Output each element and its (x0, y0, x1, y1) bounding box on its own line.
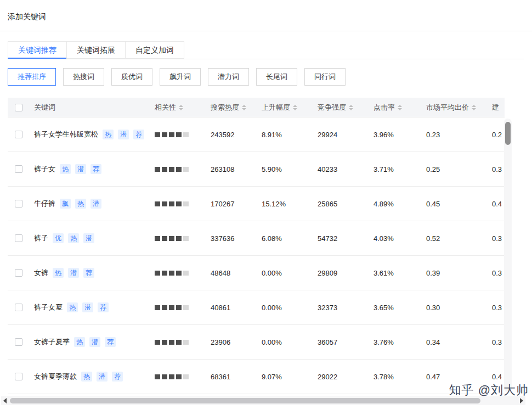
table-header: 关键词相关性搜索热度上升幅度竞争强度点击率市场平均出价建 (8, 98, 505, 117)
filter-button-3[interactable]: 质优词 (111, 68, 152, 86)
keyword-tag: 潜 (75, 164, 86, 174)
row-checkbox[interactable] (15, 373, 22, 380)
keyword-tag: 潜 (83, 233, 94, 243)
vertical-scrollbar-thumb[interactable] (505, 122, 511, 145)
search-heat-value: 243592 (211, 131, 262, 139)
filter-button-4[interactable]: 飙升词 (160, 68, 201, 86)
relevance-bars (155, 374, 190, 379)
sort-icon[interactable] (398, 105, 402, 110)
sort-icon[interactable] (242, 105, 246, 110)
keyword-cell: 女裤热潜荐 (34, 268, 155, 278)
search-heat-value: 23906 (211, 338, 262, 346)
column-label: 关键词 (34, 103, 55, 113)
row-checkbox[interactable] (15, 234, 22, 242)
keyword-text: 女裤夏季薄款 (34, 372, 77, 382)
keyword-cell: 裤子女夏热潜荐 (34, 302, 155, 312)
relevance-cell (155, 340, 211, 345)
vertical-scrollbar[interactable] (504, 119, 512, 392)
keyword-tag: 热 (68, 233, 79, 243)
click-rate-value: 3.61% (373, 269, 426, 277)
click-rate-value: 3.96% (373, 131, 426, 139)
click-rate-value: 4.03% (373, 234, 426, 243)
rise-rate-value: 9.07% (262, 373, 318, 381)
keyword-tag: 荐 (105, 337, 116, 347)
row-checkbox-cell (8, 373, 34, 380)
keyword-text: 女裤子夏季 (34, 337, 70, 347)
filter-button-2[interactable]: 热搜词 (63, 68, 104, 86)
scroll-left-arrow-icon[interactable] (3, 398, 7, 403)
click-rate-value: 3.76% (373, 338, 426, 346)
header-checkbox-cell (8, 104, 34, 111)
filter-button-7[interactable]: 同行词 (304, 68, 346, 86)
scroll-right-arrow-icon[interactable] (520, 398, 523, 403)
relevance-bars (155, 236, 190, 241)
table-row: 女裤热潜荐486480.00%298093.61%0.390.3 (8, 256, 505, 290)
filter-button-6[interactable]: 长尾词 (256, 68, 297, 86)
row-checkbox[interactable] (15, 131, 22, 138)
keyword-tag: 热 (60, 164, 71, 174)
rise-rate-value: 6.08% (262, 234, 318, 243)
table-row: 牛仔裤飙热潜17026715.12%258654.89%0.450.4 (8, 187, 505, 221)
sort-icon[interactable] (179, 105, 183, 110)
keyword-tag: 荐 (112, 372, 123, 382)
horizontal-scrollbar-thumb[interactable] (10, 398, 480, 403)
rise-rate-value: 8.91% (262, 131, 318, 139)
column-header-2: 相关性 (155, 103, 211, 113)
row-checkbox-cell (8, 304, 34, 311)
column-label: 市场平均出价 (426, 103, 469, 113)
tab-3[interactable]: 自定义加词 (125, 41, 184, 59)
keyword-text: 裤子 (34, 233, 48, 243)
column-label: 搜索热度 (211, 103, 239, 113)
row-checkbox[interactable] (15, 338, 22, 346)
tab-2[interactable]: 关键词拓展 (66, 41, 126, 59)
keyword-table: 关键词相关性搜索热度上升幅度竞争强度点击率市场平均出价建 裤子女学生韩版宽松热潜… (8, 98, 505, 394)
row-checkbox-cell (8, 234, 34, 242)
click-rate-value: 4.89% (373, 200, 426, 208)
table-row: 女裤子夏季热潜荐239060.00%360573.76%0.340.3 (8, 325, 505, 360)
filter-button-1[interactable]: 推荐排序 (8, 68, 56, 86)
keyword-text: 裤子女夏 (34, 302, 63, 312)
sort-icon[interactable] (349, 105, 353, 110)
watermark: 知乎 @刘大帅 (449, 382, 529, 399)
search-heat-value: 170267 (211, 200, 262, 208)
suggest-bid-value: 0.4 (492, 200, 505, 208)
keyword-tag: 荐 (133, 130, 144, 139)
row-checkbox-cell (8, 338, 34, 346)
tab-1[interactable]: 关键词推荐 (8, 41, 67, 59)
row-checkbox[interactable] (15, 269, 22, 277)
rise-rate-value: 0.00% (262, 269, 318, 277)
tab-bar: 关键词推荐关键词拓展自定义加词 (8, 41, 524, 59)
sort-icon[interactable] (293, 105, 297, 110)
relevance-bars (155, 305, 190, 310)
select-all-checkbox[interactable] (15, 104, 22, 111)
row-checkbox[interactable] (15, 304, 22, 311)
avg-bid-value: 0.23 (426, 131, 492, 139)
competition-value: 32373 (318, 304, 373, 312)
keyword-tag: 优 (53, 233, 64, 243)
competition-value: 29924 (318, 131, 373, 139)
keyword-tag: 热 (103, 130, 114, 139)
relevance-cell (155, 167, 211, 172)
column-header-4: 上升幅度 (262, 103, 318, 113)
keyword-text: 牛仔裤 (34, 199, 55, 209)
filter-button-5[interactable]: 潜力词 (208, 68, 249, 86)
click-rate-value: 3.65% (373, 304, 426, 312)
table-row: 女裤夏季薄款热潜荐683619.07%290223.78%0.470.4 (8, 360, 505, 394)
avg-bid-value: 0.52 (426, 234, 492, 243)
keyword-tag: 荐 (90, 164, 101, 174)
row-checkbox[interactable] (15, 200, 22, 208)
sort-icon[interactable] (472, 105, 476, 110)
relevance-cell (155, 305, 211, 310)
row-checkbox[interactable] (15, 165, 22, 173)
keyword-tag: 潜 (68, 268, 79, 278)
keyword-tag: 荐 (98, 302, 109, 312)
horizontal-scrollbar[interactable] (1, 396, 525, 405)
relevance-bars (155, 201, 190, 206)
avg-bid-value: 0.39 (426, 269, 492, 277)
keyword-tag: 热 (53, 268, 64, 278)
table-row: 裤子优热潜3376366.08%547324.03%0.520.3 (8, 221, 505, 256)
suggest-bid-value: 0.3 (492, 269, 505, 277)
competition-value: 25865 (318, 200, 373, 208)
keyword-cell: 裤子优热潜 (34, 233, 155, 243)
competition-value: 36057 (318, 338, 373, 346)
